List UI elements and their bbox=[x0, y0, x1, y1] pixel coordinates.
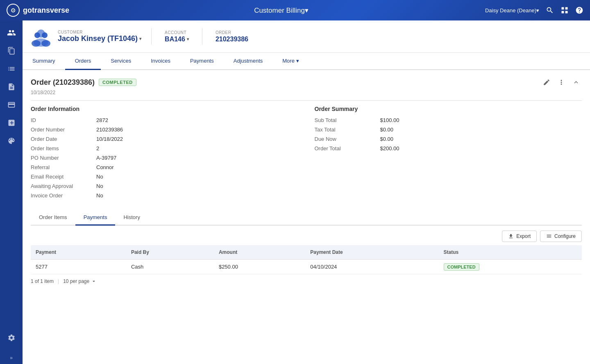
order-summary-column: Order Summary Sub Total $100.00 Tax Tota… bbox=[315, 106, 582, 202]
grid-icon[interactable] bbox=[560, 6, 569, 14]
account-section: ACCOUNT BA146 ▾ bbox=[161, 30, 192, 43]
order-summary-title: Order Summary bbox=[315, 106, 582, 112]
sidebar-item-calculator[interactable] bbox=[3, 115, 20, 131]
col-payment: Payment bbox=[31, 245, 126, 260]
tab-more[interactable]: More ▾ bbox=[272, 53, 309, 70]
tab-services[interactable]: Services bbox=[101, 53, 141, 70]
table-row: 5277 Cash $250.00 04/10/2024 COMPLETED bbox=[31, 260, 582, 274]
pagination: 1 of 1 item | 10 per page bbox=[31, 274, 582, 288]
order-info-title: Order Information bbox=[31, 106, 298, 112]
field-value-email-receipt: No bbox=[96, 174, 103, 180]
export-button[interactable]: Export bbox=[502, 231, 537, 242]
col-status: Status bbox=[439, 245, 582, 260]
summary-value-due-now: $0.00 bbox=[380, 136, 394, 142]
app-name: gotransverse bbox=[23, 6, 69, 15]
payments-table: Payment Paid By Amount Payment Date Stat… bbox=[31, 245, 582, 274]
collapse-button[interactable] bbox=[570, 77, 582, 88]
tab-payments[interactable]: Payments bbox=[180, 53, 224, 70]
sidebar-expand-button[interactable]: » bbox=[0, 352, 23, 364]
summary-row-due-now: Due Now $0.00 bbox=[315, 136, 582, 142]
sidebar-item-palette[interactable] bbox=[3, 133, 20, 149]
field-value-awaiting-approval: No bbox=[96, 183, 103, 189]
tab-adjustments[interactable]: Adjustments bbox=[224, 53, 273, 70]
page-body: Order (210239386) COMPLETED 10/18/2022 bbox=[23, 70, 590, 295]
svg-point-4 bbox=[32, 40, 41, 47]
info-grid: Order Information ID 2872 Order Number 2… bbox=[31, 106, 582, 202]
nav-title[interactable]: Customer Billing▾ bbox=[77, 6, 485, 15]
divider-1 bbox=[31, 100, 582, 101]
summary-label-order-total: Order Total bbox=[315, 145, 380, 151]
info-row-order-items: Order Items 2 bbox=[31, 145, 298, 151]
logo-icon: ⊙ bbox=[7, 4, 20, 17]
search-icon[interactable] bbox=[546, 6, 554, 14]
tab-summary[interactable]: Summary bbox=[23, 53, 65, 70]
summary-value-order-total: $200.00 bbox=[380, 145, 399, 151]
app-logo[interactable]: ⊙ gotransverse bbox=[7, 4, 69, 17]
field-value-order-date: 10/18/2022 bbox=[96, 136, 123, 142]
field-label-order-date: Order Date bbox=[31, 136, 96, 142]
sidebar-item-copy[interactable] bbox=[3, 43, 20, 59]
field-label-order-number: Order Number bbox=[31, 127, 96, 133]
table-toolbar: Export Configure bbox=[31, 226, 582, 245]
field-label-invoice-order: Invoice Order bbox=[31, 192, 96, 199]
customer-info: CUSTOMER Jacob Kinsey (TF1046) ▾ bbox=[58, 30, 141, 43]
customer-name-value[interactable]: Jacob Kinsey (TF1046) ▾ bbox=[58, 34, 141, 43]
payment-status-badge: COMPLETED bbox=[444, 263, 479, 271]
cell-amount: $250.00 bbox=[214, 260, 305, 274]
field-value-po-number: A-39797 bbox=[96, 155, 116, 161]
sub-tab-history[interactable]: History bbox=[115, 210, 148, 226]
account-value[interactable]: BA146 ▾ bbox=[165, 36, 189, 43]
field-label-order-items: Order Items bbox=[31, 145, 96, 151]
svg-point-1 bbox=[34, 32, 40, 38]
sidebar-item-card[interactable] bbox=[3, 97, 20, 113]
info-row-referral: Referral Connor bbox=[31, 164, 298, 170]
cell-paid-by: Cash bbox=[126, 260, 214, 274]
info-row-order-number: Order Number 210239386 bbox=[31, 127, 298, 133]
sidebar-item-settings[interactable] bbox=[3, 330, 20, 346]
field-label-po-number: PO Number bbox=[31, 155, 96, 161]
sidebar-item-list[interactable] bbox=[3, 61, 20, 77]
main-tabs: Summary Orders Services Invoices Payment… bbox=[23, 53, 590, 70]
order-value: 210239386 bbox=[216, 36, 248, 43]
user-menu[interactable]: Daisy Deane (Deane)▾ bbox=[485, 7, 539, 14]
info-row-invoice-order: Invoice Order No bbox=[31, 192, 298, 199]
help-icon[interactable] bbox=[575, 6, 583, 14]
cell-status: COMPLETED bbox=[439, 260, 582, 274]
sub-tab-order-items[interactable]: Order Items bbox=[31, 210, 75, 226]
pagination-info: 1 of 1 item bbox=[31, 278, 54, 284]
sidebar-item-people[interactable] bbox=[3, 25, 20, 41]
order-label: ORDER bbox=[216, 30, 248, 35]
tab-orders[interactable]: Orders bbox=[65, 53, 101, 70]
customer-dropdown-arrow[interactable]: ▾ bbox=[139, 36, 141, 41]
customer-label: CUSTOMER bbox=[58, 30, 141, 34]
account-label: ACCOUNT bbox=[165, 30, 189, 35]
svg-point-5 bbox=[41, 40, 50, 47]
main-layout: » CUSTOMER Jacob Kinsey (TF1046) ▾ bbox=[0, 20, 590, 364]
order-title: Order (210239386) bbox=[31, 78, 95, 87]
table-header-row: Payment Paid By Amount Payment Date Stat… bbox=[31, 245, 582, 260]
sub-tabs: Order Items Payments History bbox=[31, 210, 582, 226]
top-navigation: ⊙ gotransverse Customer Billing▾ Daisy D… bbox=[0, 0, 590, 20]
summary-label-due-now: Due Now bbox=[315, 136, 380, 142]
summary-row-order-total: Order Total $200.00 bbox=[315, 145, 582, 151]
summary-value-tax: $0.00 bbox=[380, 127, 394, 133]
info-row-email-receipt: Email Receipt No bbox=[31, 174, 298, 180]
cell-payment-id: 5277 bbox=[31, 260, 126, 274]
info-row-order-date: Order Date 10/18/2022 bbox=[31, 136, 298, 142]
account-dropdown-arrow[interactable]: ▾ bbox=[187, 37, 189, 41]
sub-tab-payments[interactable]: Payments bbox=[75, 210, 116, 226]
field-value-id: 2872 bbox=[96, 117, 108, 123]
separator-1 bbox=[151, 28, 152, 45]
per-page-selector[interactable]: 10 per page bbox=[63, 278, 97, 284]
more-options-button[interactable] bbox=[556, 77, 567, 88]
info-row-id: ID 2872 bbox=[31, 117, 298, 123]
field-label-awaiting-approval: Awaiting Approval bbox=[31, 183, 96, 189]
edit-button[interactable] bbox=[541, 77, 552, 88]
sidebar: » bbox=[0, 20, 23, 364]
configure-button[interactable]: Configure bbox=[540, 231, 582, 242]
order-title-section: Order (210239386) COMPLETED bbox=[31, 78, 136, 87]
order-date: 10/18/2022 bbox=[31, 90, 582, 95]
sidebar-item-document[interactable] bbox=[3, 79, 20, 95]
tab-invoices[interactable]: Invoices bbox=[141, 53, 180, 70]
field-value-order-items: 2 bbox=[96, 145, 99, 151]
